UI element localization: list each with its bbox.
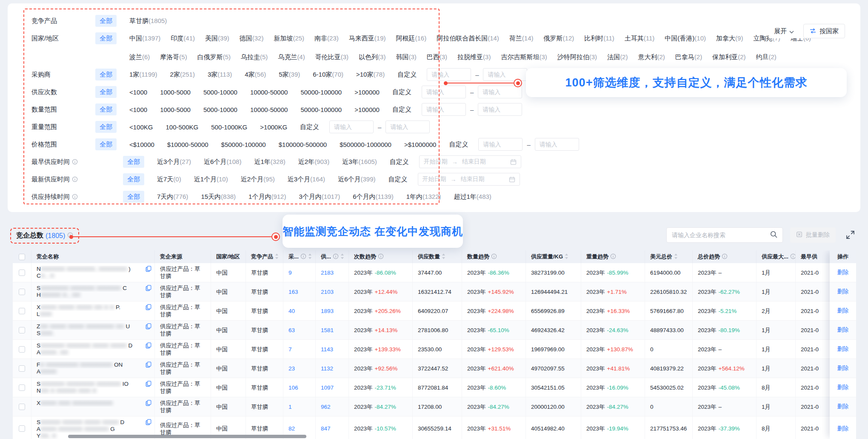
filter-option[interactable]: 新加坡(25) [274,34,304,43]
filter-option[interactable]: 白俄罗斯(5) [197,53,231,61]
filter-option[interactable]: 俄罗斯(12) [544,34,574,43]
filter-option[interactable]: 美国(39) [205,34,229,43]
filter-option[interactable]: 4家(56) [245,71,266,79]
column-header-buyers[interactable]: 采... [283,250,316,263]
row-checkbox[interactable] [19,384,25,391]
cell-supplies[interactable]: 1097 [316,378,349,397]
copy-icon[interactable] [146,266,151,274]
filter-option[interactable]: 草甘膦(1805) [129,17,167,25]
date-range-picker[interactable]: 开始日期→结束日期 [418,173,520,186]
filter-option[interactable]: >$1000000 [404,141,437,148]
filter-custom-option[interactable]: 自定义 [388,175,408,184]
sort-icon[interactable] [340,253,344,261]
filter-option[interactable]: 法国(2) [607,53,628,61]
filter-option[interactable]: 巴拿马(2) [675,53,702,61]
filter-option[interactable]: 2家(251) [170,71,195,79]
filter-option[interactable]: 1个月内(912) [248,193,286,201]
range-input-max[interactable] [385,121,430,133]
cell-supplies[interactable]: 1581 [316,321,349,339]
cell-supplies[interactable]: 1143 [316,340,349,359]
filter-custom-option[interactable]: 自定义 [300,123,319,131]
filter-option[interactable]: <100KG [129,123,153,131]
range-input-max[interactable] [535,138,579,151]
filter-option[interactable]: $10000-50000 [167,141,208,148]
delete-link[interactable]: 删除 [830,263,856,282]
range-input-min[interactable] [427,68,471,81]
filter-option[interactable]: 近3个月(164) [288,175,325,184]
filter-option[interactable]: 荷兰(14) [509,34,534,43]
sort-icon[interactable] [275,253,279,261]
cell-buyers[interactable]: 7 [283,340,316,359]
filter-option[interactable]: 乌克兰(4) [278,53,305,61]
column-header-weight[interactable]: 供应重量/KG [526,250,581,263]
filter-option[interactable]: 吉尔吉斯斯坦(3) [501,53,547,61]
batch-delete-button[interactable]: 批量删除 [790,227,836,243]
filter-option[interactable]: 3家(113) [208,71,232,79]
filter-all-chip[interactable]: 全部 [95,138,117,150]
copy-icon[interactable] [146,381,151,389]
copy-icon[interactable] [146,362,151,370]
filter-option[interactable]: $500000-1000000 [340,141,391,148]
row-checkbox[interactable] [19,365,25,372]
filter-option[interactable]: 500-1000KG [211,123,247,131]
delete-link[interactable]: 删除 [830,416,856,439]
filter-option[interactable]: 土耳其(11) [625,34,655,43]
filter-option[interactable]: 马来西亚(19) [349,34,386,43]
cell-buyers[interactable]: 9 [283,263,316,282]
filter-option[interactable]: 以色列(3) [359,53,385,61]
cell-buyers[interactable]: 63 [283,321,316,339]
range-input-max[interactable] [478,86,522,98]
filter-option[interactable]: 约旦(2) [756,53,777,61]
copy-icon[interactable] [146,304,151,312]
filter-all-chip[interactable]: 全部 [95,15,117,27]
filter-all-chip[interactable]: 全部 [95,32,117,44]
filter-option[interactable]: 超过1年(483) [454,193,491,201]
filter-option[interactable]: 近6个月(399) [338,175,375,184]
filter-all-chip[interactable]: 全部 [123,191,144,203]
filter-all-chip[interactable]: 全部 [95,69,117,80]
filter-all-chip[interactable]: 全部 [95,103,117,115]
filter-all-chip[interactable]: 全部 [95,86,117,98]
filter-option[interactable]: 比利时(11) [584,34,614,43]
date-range-picker[interactable]: 开始日期→结束日期 [419,155,521,168]
row-checkbox[interactable] [19,308,25,314]
copy-icon[interactable] [146,419,151,427]
filter-option[interactable]: 哥伦比亚(3) [315,53,348,61]
filter-option[interactable]: 乌拉圭(5) [241,53,268,61]
filter-custom-option[interactable]: 自定义 [397,71,417,79]
cell-supplies[interactable]: 1893 [316,301,349,320]
filter-option[interactable]: >1000KG [260,123,287,131]
filter-option[interactable]: 拉脱维亚(3) [457,53,491,61]
select-all-checkbox[interactable] [19,254,25,260]
delete-link[interactable]: 删除 [830,397,856,416]
column-header-usd[interactable]: 美元总价 [645,250,693,263]
sort-icon[interactable] [674,253,678,261]
fullscreen-icon[interactable] [846,230,855,240]
filter-option[interactable]: 1000-5000 [160,89,191,96]
row-checkbox[interactable] [19,289,25,295]
filter-option[interactable]: <1000 [129,89,147,96]
column-header-product[interactable]: 竞争产品 [246,250,283,263]
filter-option[interactable]: 韩国(3) [396,53,416,61]
filter-option[interactable]: >100000 [354,106,380,113]
cell-supplies[interactable]: 962 [316,397,349,416]
filter-option[interactable]: 近3个月(27) [157,158,191,166]
by-country-button[interactable]: 按国家 [803,24,845,38]
sort-icon[interactable] [442,253,445,261]
delete-link[interactable]: 删除 [830,359,856,378]
filter-option[interactable]: <1000 [129,106,147,113]
filter-option[interactable]: 3个月内(1017) [299,193,340,201]
filter-option[interactable]: 阿根廷(16) [396,34,426,43]
expand-toggle[interactable]: 展开 [774,27,794,35]
delete-link[interactable]: 删除 [830,340,856,359]
cell-supplies[interactable]: 2103 [316,282,349,301]
filter-custom-option[interactable]: 自定义 [392,88,411,96]
filter-option[interactable]: 50000-100000 [300,89,342,96]
filter-all-chip[interactable]: 全部 [123,156,144,168]
delete-link[interactable]: 删除 [830,282,856,301]
filter-option[interactable]: 阿拉伯联合酋长国(14) [437,34,499,43]
filter-option[interactable]: <$10000 [129,141,154,148]
range-input-min[interactable] [422,86,466,98]
column-header-supplies[interactable]: 供... [316,250,349,263]
horizontal-scrollbar-thumb[interactable] [68,435,306,438]
